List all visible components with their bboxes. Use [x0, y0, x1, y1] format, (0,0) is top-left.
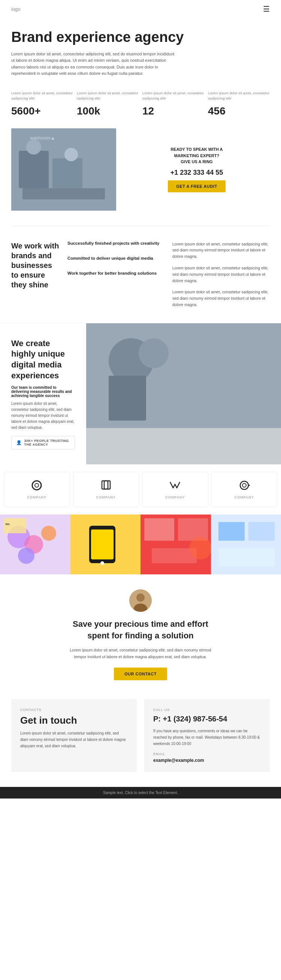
logo-label-1: COMPANY: [27, 495, 46, 499]
avatar: [129, 589, 152, 612]
brand-feature-title-2: Committed to deliver unique digital medi…: [67, 256, 165, 261]
image-cta-section: washroom▲ READY TO SPEAK WITH AMARKETING…: [0, 128, 281, 226]
gallery-item-3: [140, 514, 211, 574]
free-audit-button[interactable]: GET A FREE AUDIT: [168, 180, 225, 192]
digital-description: Lorem ipsum dolor sit amet, consetetur s…: [11, 401, 75, 431]
svg-point-3: [26, 140, 41, 154]
stat-2: 100k: [77, 105, 139, 117]
gallery-inner-1: bn.: [0, 514, 70, 574]
svg-rect-27: [91, 530, 113, 559]
brands-section: We work with brands and businesses to en…: [0, 226, 281, 323]
stats-desc-row: Lorem ipsum dolor sit amet, consetetur s…: [0, 84, 281, 102]
footer-text: Sample text. Click to select the Text El…: [103, 791, 178, 795]
svg-point-39: [136, 593, 145, 602]
svg-point-4: [64, 148, 78, 161]
company-logo-4: [239, 480, 250, 492]
svg-rect-31: [178, 518, 208, 541]
svg-rect-9: [109, 376, 146, 421]
svg-point-33: [189, 537, 211, 559]
svg-point-16: [243, 484, 246, 487]
svg-point-11: [32, 481, 41, 490]
logo-label-2: COMPANY: [96, 495, 116, 499]
company-logo-1: [31, 480, 42, 492]
svg-text:washroom▲: washroom▲: [30, 135, 55, 141]
testimonial-section: Save your precious time and effort spent…: [0, 574, 281, 688]
contact-description: If you have any questions, comments or i…: [153, 728, 261, 747]
digital-left-content: We create highly unique digital media ex…: [0, 323, 86, 465]
trust-badge: 👤 30K+ PEOPLE TRUSTING THE AGENCY: [11, 436, 75, 449]
email-value: example@example.com: [153, 758, 261, 763]
gallery-inner-2: [70, 514, 141, 574]
logo-label-4: COMPANY: [235, 495, 254, 499]
svg-rect-1: [19, 151, 49, 188]
digital-heading: We create highly unique digital media ex…: [11, 338, 75, 381]
gallery-item-4: [211, 514, 281, 574]
brands-title: We work with brands and businesses to en…: [11, 241, 60, 290]
logo-box-3: COMPANY: [142, 472, 208, 507]
people-icon: 👤: [16, 440, 22, 445]
trust-badge-text: 30K+ PEOPLE TRUSTING THE AGENCY: [24, 439, 70, 446]
digital-section: We create highly unique digital media ex…: [0, 323, 281, 465]
brand-feature-title-1: Successfully finished projects with crea…: [67, 241, 165, 245]
brands-desc-2: Lorem ipsum dolor sit amet, consetetur s…: [172, 265, 270, 284]
footer: Sample text. Click to select the Text El…: [0, 787, 281, 799]
logo-label-3: COMPANY: [165, 495, 185, 499]
logo-box-2: COMPANY: [73, 472, 139, 507]
svg-rect-35: [219, 522, 245, 541]
company-logo-2: [101, 480, 112, 492]
svg-rect-5: [22, 188, 105, 199]
hero-description: Lorem ipsum dolor sit amet, consectetur …: [11, 51, 176, 77]
logo: logo: [11, 6, 21, 12]
contacts-left-box: CONTACTS Get in touch Lorem ipsum dolor …: [11, 699, 137, 772]
svg-rect-23: [4, 518, 26, 533]
svg-point-21: [41, 526, 56, 541]
hamburger-menu-icon[interactable]: ☰: [263, 5, 270, 13]
brands-heading: We work with brands and businesses to en…: [11, 241, 60, 308]
brands-desc-1: Lorem ipsum dolor sit amet, consetetur s…: [172, 241, 270, 260]
stats-numbers-row: 5600+ 100k 12 456: [0, 102, 281, 128]
svg-rect-14: [104, 481, 110, 489]
logo-box-4: COMPANY: [211, 472, 278, 507]
gallery-item-1: bn.: [0, 514, 70, 574]
stats-desc-item-4: Lorem ipsum dolor sit amet, consetetur s…: [208, 91, 270, 102]
digital-subtitle: Our team is committed to delivering meas…: [11, 385, 75, 398]
our-contact-button[interactable]: OUR CONTACT: [114, 668, 167, 680]
svg-rect-37: [219, 548, 275, 567]
contact-phone: P: +1 (324) 987-56-54: [153, 715, 261, 723]
stats-desc-item-1: Lorem ipsum dolor sit amet, consetetur s…: [11, 91, 73, 102]
svg-rect-30: [144, 518, 174, 541]
header: logo ☰: [0, 0, 281, 18]
hero-image: washroom▲: [11, 128, 116, 211]
contacts-description: Lorem ipsum dolor sit amet, consetetur s…: [20, 730, 128, 749]
email-label: EMAIL: [153, 752, 261, 756]
svg-rect-2: [53, 158, 82, 188]
svg-text:bn.: bn.: [6, 522, 10, 526]
contacts-right-box: CALL US P: +1 (324) 987-56-54 If you hav…: [144, 699, 270, 772]
company-logo-3: [169, 480, 180, 492]
stat-3: 12: [142, 105, 204, 117]
stats-desc-item-3: Lorem ipsum dolor sit amet, consetetur s…: [142, 91, 204, 102]
svg-rect-13: [102, 481, 108, 489]
ready-text: READY TO SPEAK WITH AMARKETING EXPERT?GI…: [131, 146, 262, 165]
svg-point-15: [240, 481, 248, 490]
svg-point-10: [139, 338, 169, 368]
brands-desc-3: Lorem ipsum dolor sit amet, consetetur s…: [172, 289, 270, 308]
brands-descriptions: Lorem ipsum dolor sit amet, consetetur s…: [172, 241, 270, 308]
brand-feature-3: Work together for better branding soluti…: [67, 271, 165, 277]
stats-desc-item-2: Lorem ipsum dolor sit amet, consetetur s…: [77, 91, 139, 102]
contacts-label: CONTACTS: [20, 708, 128, 712]
cta-box: READY TO SPEAK WITH AMARKETING EXPERT?GI…: [124, 139, 270, 200]
get-in-touch-heading: Get in touch: [20, 715, 128, 726]
digital-image: [86, 323, 281, 465]
logos-section: COMPANY COMPANY COMPANY COMPANY: [0, 465, 281, 514]
call-us-label: CALL US: [153, 708, 261, 712]
svg-rect-36: [248, 522, 275, 541]
brand-feature-2: Committed to deliver unique digital medi…: [67, 256, 165, 262]
cta-phone: +1 232 333 44 55: [131, 169, 262, 177]
stat-1: 5600+: [11, 105, 73, 117]
stat-4: 456: [208, 105, 270, 117]
brands-features: Successfully finished projects with crea…: [67, 241, 165, 308]
brand-feature-title-3: Work together for better branding soluti…: [67, 271, 165, 275]
hero-title: Brand experience agency: [11, 29, 199, 46]
svg-point-22: [18, 547, 35, 564]
